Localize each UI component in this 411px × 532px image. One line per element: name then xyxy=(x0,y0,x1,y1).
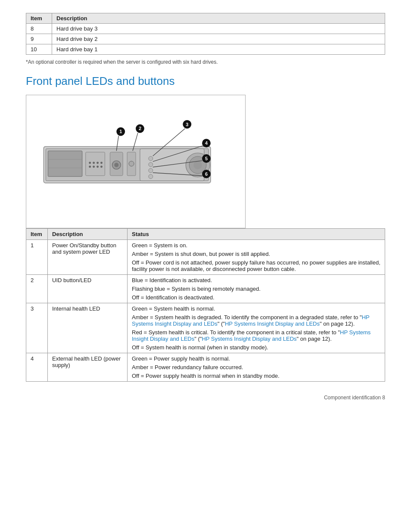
page-footer: Component identification 8 xyxy=(26,395,385,401)
main-table-row: 3Internal health LEDGreen = System healt… xyxy=(26,303,385,353)
svg-point-21 xyxy=(149,156,153,161)
main-table-row: 4External health LED (power supply)Green… xyxy=(26,353,385,382)
main-table-cell-status: Green = System is on.Amber = System is s… xyxy=(128,240,385,275)
status-paragraph: Off = System health is normal (when in s… xyxy=(132,344,380,351)
svg-point-11 xyxy=(89,165,91,168)
top-table-cell-item: 9 xyxy=(26,34,52,44)
status-paragraph: Flashing blue = System is being remotely… xyxy=(132,286,380,292)
main-table-row: 1Power On/Standby button and system powe… xyxy=(26,240,385,275)
svg-rect-3 xyxy=(48,151,82,177)
main-table-cell-item: 1 xyxy=(26,240,48,275)
section-title: Front panel LEDs and buttons xyxy=(26,75,385,88)
svg-point-23 xyxy=(149,168,153,173)
svg-point-24 xyxy=(149,174,153,179)
main-table-cell-item: 2 xyxy=(26,275,48,303)
top-table-cell-item: 10 xyxy=(26,44,52,55)
main-table-header-desc: Description xyxy=(48,229,128,240)
svg-point-17 xyxy=(114,163,118,167)
hp-systems-link[interactable]: HP Systems Insight Display and LEDs xyxy=(202,336,296,342)
main-table-cell-status: Green = Power supply health is normal.Am… xyxy=(128,353,385,382)
main-table-cell-status: Blue = Identification is activated.Flash… xyxy=(128,275,385,303)
footer-text: Component identification 8 xyxy=(324,395,385,401)
status-paragraph: Off = Power supply health is normal when… xyxy=(132,373,380,379)
hp-systems-link[interactable]: HP Systems Insight Display and LEDs xyxy=(225,320,320,327)
main-table-cell-desc: UID button/LED xyxy=(48,275,128,303)
svg-point-7 xyxy=(89,162,91,164)
svg-text:4: 4 xyxy=(205,140,208,146)
top-table: Item Description 8Hard drive bay 39Hard … xyxy=(26,13,385,55)
svg-text:3: 3 xyxy=(186,122,188,127)
svg-text:1: 1 xyxy=(119,129,122,134)
svg-point-22 xyxy=(149,162,153,167)
top-table-row: 9Hard drive bay 2 xyxy=(26,34,385,44)
svg-point-14 xyxy=(100,165,103,168)
footnote: *An optional controller is required when… xyxy=(26,59,385,65)
main-table: Item Description Status 1Power On/Standb… xyxy=(26,228,385,382)
svg-point-27 xyxy=(193,161,202,169)
main-table-cell-item: 3 xyxy=(26,303,48,353)
svg-text:5: 5 xyxy=(205,156,208,161)
main-table-cell-desc: Power On/Standby button and system power… xyxy=(48,240,128,275)
top-table-row: 10Hard drive bay 1 xyxy=(26,44,385,55)
main-table-cell-status: Green = System health is normal.Amber = … xyxy=(128,303,385,353)
status-paragraph: Green = System health is normal. xyxy=(132,305,380,312)
status-paragraph: Off = Power cord is not attached, power … xyxy=(132,259,380,272)
status-paragraph: Red = System health is critical. To iden… xyxy=(132,329,380,342)
svg-point-10 xyxy=(100,162,103,164)
svg-text:6: 6 xyxy=(205,171,208,177)
main-table-cell-item: 4 xyxy=(26,353,48,382)
top-table-row: 8Hard drive bay 3 xyxy=(26,24,385,34)
svg-point-8 xyxy=(93,162,95,164)
top-table-cell-desc: Hard drive bay 1 xyxy=(52,44,385,55)
svg-point-12 xyxy=(93,165,95,168)
svg-text:2: 2 xyxy=(139,126,141,131)
svg-point-19 xyxy=(129,161,134,166)
svg-point-13 xyxy=(97,165,99,168)
main-table-cell-desc: External health LED (power supply) xyxy=(48,353,128,382)
main-table-row: 2UID button/LEDBlue = Identification is … xyxy=(26,275,385,303)
main-table-cell-desc: Internal health LED xyxy=(48,303,128,353)
status-paragraph: Off = Identification is deactivated. xyxy=(132,294,380,301)
top-table-cell-item: 8 xyxy=(26,24,52,34)
svg-point-9 xyxy=(97,162,99,164)
top-table-header-desc: Description xyxy=(52,13,385,24)
top-table-cell-desc: Hard drive bay 3 xyxy=(52,24,385,34)
status-paragraph: Green = Power supply health is normal. xyxy=(132,355,380,362)
svg-rect-6 xyxy=(86,152,105,176)
front-panel-diagram: 1 2 3 4 5 6 xyxy=(26,95,246,228)
main-table-header-status: Status xyxy=(128,229,385,240)
status-paragraph: Amber = System health is degraded. To id… xyxy=(132,314,380,327)
status-paragraph: Blue = Identification is activated. xyxy=(132,277,380,283)
status-paragraph: Amber = System is shut down, but power i… xyxy=(132,251,380,257)
top-table-cell-desc: Hard drive bay 2 xyxy=(52,34,385,44)
main-table-header-item: Item xyxy=(26,229,48,240)
status-paragraph: Amber = Power redundancy failure occurre… xyxy=(132,364,380,370)
status-paragraph: Green = System is on. xyxy=(132,242,380,249)
top-table-header-item: Item xyxy=(26,13,52,24)
